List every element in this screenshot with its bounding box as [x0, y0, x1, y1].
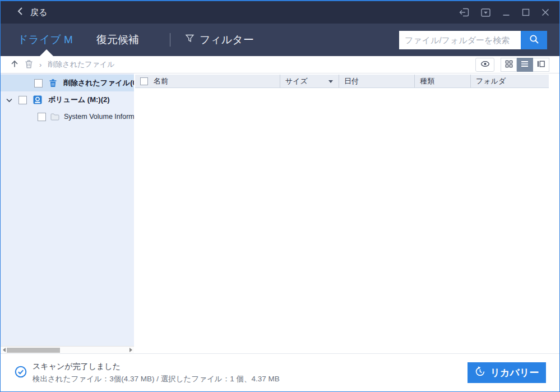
scan-complete-check-icon: [15, 366, 27, 380]
trash-icon: [49, 79, 57, 87]
up-arrow-icon[interactable]: [11, 60, 18, 70]
folder-icon: [50, 113, 59, 121]
main-area: 削除されたファイル(0) ボリューム (M:)(2): [1, 73, 559, 353]
back-button[interactable]: 戻る: [17, 7, 47, 18]
scan-status-message: スキャンが完了しました: [33, 362, 280, 372]
tab-recovery-candidates[interactable]: 復元候補: [96, 33, 139, 47]
column-label: 日付: [344, 76, 359, 86]
scrollbar-thumb[interactable]: [7, 348, 60, 353]
tab-drive-m[interactable]: ドライブ M: [17, 33, 73, 47]
window-controls: [459, 8, 549, 17]
dropdown-menu-icon[interactable]: [481, 8, 490, 17]
drive-icon: [33, 95, 42, 104]
detail-pane-view-button[interactable]: [533, 58, 549, 72]
recover-button[interactable]: リカバリー: [468, 362, 546, 383]
checkbox[interactable]: [38, 113, 46, 121]
recover-button-label: リカバリー: [490, 366, 539, 379]
column-label: フォルダ: [476, 76, 506, 86]
view-mode-group: [501, 58, 549, 72]
breadcrumb-location: 削除されたファイル: [48, 59, 114, 70]
grid-view-button[interactable]: [501, 58, 517, 72]
list-view-icon: [521, 60, 529, 70]
grid-view-icon: [505, 60, 513, 70]
search-input[interactable]: [399, 31, 521, 49]
trash-root-icon[interactable]: [25, 59, 33, 70]
minimize-icon[interactable]: [502, 8, 510, 16]
restore-icon: [475, 366, 485, 380]
list-view-button[interactable]: [517, 58, 533, 72]
select-all-checkbox[interactable]: [140, 77, 148, 85]
tree-item-label: 削除されたファイル(0): [63, 78, 135, 88]
tree-item-volume-m[interactable]: ボリューム (M:)(2): [1, 91, 134, 108]
checkbox[interactable]: [18, 96, 27, 104]
column-header-name[interactable]: 名前: [135, 75, 280, 87]
sort-caret-icon[interactable]: [328, 80, 333, 83]
breadcrumb: › 削除されたファイル: [11, 59, 114, 70]
tree-item-deleted-files[interactable]: 削除されたファイル(0): [1, 75, 134, 91]
view-controls: [475, 58, 549, 72]
detail-pane-icon: [537, 60, 545, 70]
exit-to-tray-icon[interactable]: [459, 8, 469, 17]
chevron-down-icon[interactable]: [6, 96, 12, 104]
tab-bar: ドライブ M 復元候補 フィルター: [1, 24, 559, 56]
tree-item-label: ボリューム (M:)(2): [48, 95, 110, 105]
tab-separator: [170, 33, 170, 47]
tree-item-label: System Volume Informat: [64, 113, 135, 121]
active-tab-notch: [40, 49, 53, 56]
maximize-icon[interactable]: [522, 8, 530, 16]
search-icon: [529, 34, 539, 46]
column-label: 名前: [154, 76, 168, 86]
preview-toggle-button[interactable]: [475, 58, 494, 72]
column-header-date[interactable]: 日付: [339, 75, 414, 87]
search-box: [399, 31, 547, 49]
scroll-right-icon[interactable]: [127, 347, 134, 353]
chevron-left-icon: [17, 7, 23, 18]
app-window: 戻る: [0, 0, 560, 392]
status-texts: スキャンが完了しました 検出されたファイル：3個(4.37 MB) / 選択した…: [33, 362, 280, 384]
close-icon[interactable]: [542, 8, 549, 16]
column-header-size[interactable]: サイズ: [280, 75, 339, 87]
checkbox[interactable]: [34, 79, 43, 87]
column-header-folder[interactable]: フォルダ: [470, 75, 549, 87]
breadcrumb-bar: › 削除されたファイル: [1, 56, 559, 73]
column-label: サイズ: [285, 76, 308, 86]
scan-status-detail: 検出されたファイル：3個(4.37 MB) / 選択したファイル：1 個、4.3…: [33, 374, 280, 384]
file-list-area: 名前 サイズ 日付 種類 フォルダ: [135, 73, 559, 353]
eye-icon: [480, 60, 490, 70]
filter-label: フィルター: [200, 33, 254, 47]
breadcrumb-separator: ›: [39, 61, 41, 69]
filter-button[interactable]: フィルター: [185, 33, 254, 47]
column-label: 種類: [420, 76, 434, 86]
back-label: 戻る: [30, 7, 47, 18]
sidebar-tree: 削除されたファイル(0) ボリューム (M:)(2): [1, 73, 135, 353]
title-bar: 戻る: [1, 1, 559, 24]
column-header-type[interactable]: 種類: [414, 75, 470, 87]
search-button[interactable]: [521, 31, 547, 49]
tree-item-system-volume-information[interactable]: System Volume Informat: [1, 108, 134, 125]
horizontal-scrollbar[interactable]: [1, 346, 134, 353]
table-header: 名前 サイズ 日付 種類 フォルダ: [135, 75, 549, 88]
funnel-icon: [185, 34, 195, 46]
status-bar: スキャンが完了しました 検出されたファイル：3個(4.37 MB) / 選択した…: [1, 353, 559, 391]
